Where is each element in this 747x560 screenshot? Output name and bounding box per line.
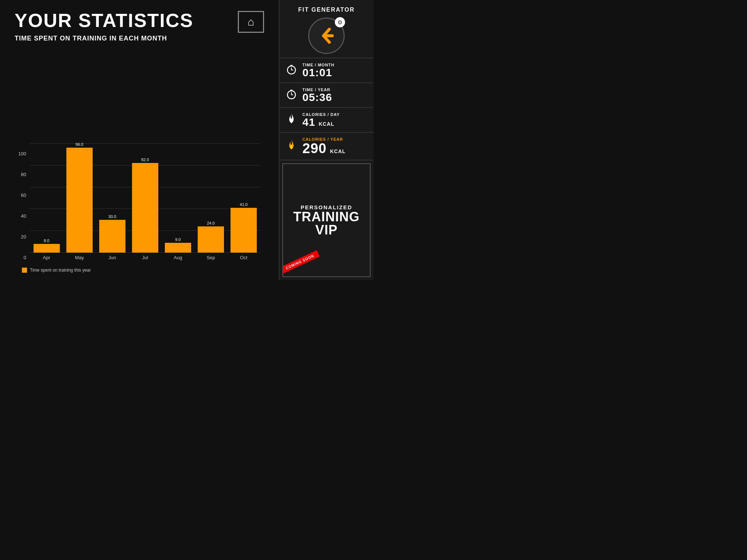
chart-inner: 8.0 96.0 30.0 (30, 143, 260, 260)
bar-group-jul: 82.0 (132, 158, 158, 253)
y-label-0: 0 (18, 255, 26, 260)
stat-value-cal-day: 41 KCAL (302, 117, 368, 128)
bar-group-may: 96.0 (66, 142, 93, 253)
bar-value-jun: 30.0 (108, 214, 116, 219)
bar-may (66, 148, 93, 253)
y-label-40: 40 (18, 213, 26, 219)
stat-value-time-year: 05:36 (302, 92, 368, 103)
stopwatch-icon-year (285, 88, 298, 102)
bar-group-jun: 30.0 (99, 214, 125, 253)
header-row: YOUR STATISTICS ⌂ (15, 11, 264, 33)
stat-value-time-month: 01:01 (302, 67, 368, 78)
bar-sep (198, 226, 224, 253)
y-label-60: 60 (18, 192, 26, 198)
y-label-20: 20 (18, 234, 26, 240)
vip-training-text: TRAINING (293, 210, 360, 223)
chart-legend: Time spent on training this year (18, 268, 260, 273)
bar-oct (231, 208, 257, 253)
bar-group-apr: 8.0 (34, 238, 60, 253)
sidebar-header: FIT GENERATOR ⚙ (279, 0, 374, 58)
logo-icon (316, 25, 337, 47)
x-label-jul: Jul (132, 255, 158, 260)
stat-value-cal-year: 290 KCAL (302, 141, 368, 155)
stat-row-cal-day: CALORIES / DAY 41 KCAL (279, 108, 374, 133)
bar-value-may: 96.0 (76, 142, 83, 147)
coming-soon-badge: COMING SOON (282, 250, 320, 274)
page-title: YOUR STATISTICS (15, 11, 193, 30)
main-area: YOUR STATISTICS ⌂ TIME SPENT ON TRAINING… (0, 0, 279, 280)
stat-info-time-year: TIME / YEAR 05:36 (302, 88, 368, 103)
bar-apr (34, 244, 60, 253)
y-label-80: 80 (18, 172, 26, 177)
stopwatch-icon-month (285, 63, 298, 78)
bars-row: 8.0 96.0 30.0 (30, 143, 260, 253)
flame-icon-day (285, 113, 298, 127)
chart-grid-bars: 8.0 96.0 30.0 (30, 143, 260, 253)
app-title: FIT GENERATOR (285, 7, 368, 13)
x-labels: Apr May Jun Jul Aug Sep Oct (30, 253, 260, 260)
x-label-jun: Jun (99, 255, 125, 260)
legend-color-box (22, 268, 27, 273)
vip-banner[interactable]: PERSONALIZED TRAINING VIP COMING SOON (282, 163, 371, 277)
stat-row-time-year: TIME / YEAR 05:36 (279, 83, 374, 108)
y-label-100: 100 (18, 151, 26, 156)
home-icon: ⌂ (248, 16, 254, 28)
bar-value-jul: 82.0 (141, 158, 149, 162)
stat-info-cal-year: CALORIES / YEAR 290 KCAL (302, 137, 368, 155)
logo-circle: ⚙ (308, 18, 345, 54)
svg-rect-5 (290, 65, 293, 66)
chart-container: 100 80 60 40 20 0 (15, 53, 264, 273)
bar-value-aug: 9.0 (175, 237, 181, 242)
x-label-aug: Aug (165, 255, 191, 260)
gear-badge[interactable]: ⚙ (335, 17, 345, 27)
bar-aug (165, 243, 191, 253)
bar-jul (132, 163, 158, 253)
vip-vip-text: VIP (315, 223, 337, 237)
stat-info-time-month: TIME / MONTH 01:01 (302, 63, 368, 78)
legend-label: Time spent on training this year (30, 268, 91, 273)
x-label-oct: Oct (231, 255, 257, 260)
bar-group-aug: 9.0 (165, 237, 191, 253)
bar-group-oct: 41.0 (231, 202, 257, 253)
bar-value-sep: 24.0 (207, 221, 214, 225)
bar-jun (99, 220, 125, 253)
stat-info-cal-day: CALORIES / DAY 41 KCAL (302, 112, 368, 128)
home-button[interactable]: ⌂ (238, 11, 264, 33)
flame-icon-year (285, 139, 298, 153)
bar-value-oct: 41.0 (240, 202, 247, 207)
stat-row-cal-year: CALORIES / YEAR 290 KCAL (279, 133, 374, 160)
x-label-sep: Sep (198, 255, 224, 260)
stat-row-time-month: TIME / MONTH 01:01 (279, 58, 374, 83)
gear-icon: ⚙ (337, 19, 342, 26)
chart-subtitle: TIME SPENT ON TRAINING IN EACH MONTH (15, 35, 264, 42)
x-label-apr: Apr (34, 255, 60, 260)
bar-group-sep: 24.0 (198, 221, 224, 253)
svg-rect-11 (290, 90, 293, 90)
bar-value-apr: 8.0 (44, 238, 49, 243)
sidebar: FIT GENERATOR ⚙ TIME / MONTH (279, 0, 374, 280)
y-axis: 100 80 60 40 20 0 (18, 151, 26, 260)
x-label-may: May (66, 255, 93, 260)
chart-area: 100 80 60 40 20 0 (18, 53, 260, 260)
